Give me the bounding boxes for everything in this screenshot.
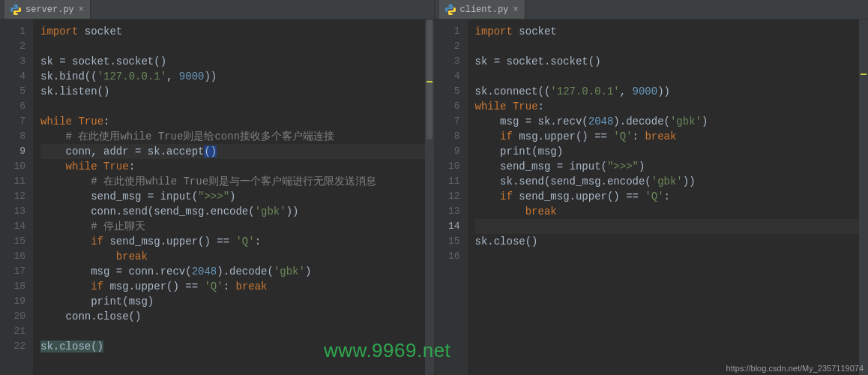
tab-label: client.py (460, 4, 509, 15)
line-number: 4 (0, 69, 25, 84)
code-line[interactable]: print(msg) (475, 144, 869, 159)
line-number: 8 (0, 129, 25, 144)
code-line[interactable]: while True: (40, 159, 434, 174)
tab-client-py[interactable]: client.py × (439, 0, 525, 19)
code-area-right[interactable]: import socketsk = socket.socket()sk.conn… (468, 20, 869, 375)
code-line[interactable]: sk.connect(('127.0.0.1', 9000)) (475, 84, 869, 99)
line-number: 7 (0, 114, 25, 129)
marker (861, 74, 867, 75)
code-line[interactable]: while True: (475, 99, 869, 114)
line-number: 4 (435, 69, 460, 84)
line-number: 3 (435, 54, 460, 69)
line-number: 12 (435, 189, 460, 204)
line-number: 1 (0, 24, 25, 39)
code-line[interactable]: # 停止聊天 (40, 219, 434, 234)
code-line[interactable]: sk.close() (475, 234, 869, 249)
line-number: 9 (0, 144, 25, 159)
code-area-left[interactable]: import socketsk = socket.socket()sk.bind… (33, 20, 434, 375)
line-gutter-left: 12345678910111213141516171819202122 (0, 20, 33, 375)
code-line[interactable]: # 在此使用while True则是给conn接收多个客户端连接 (40, 129, 434, 144)
close-tab-icon[interactable]: × (79, 4, 84, 15)
line-number: 5 (435, 84, 460, 99)
line-number: 14 (435, 219, 460, 234)
code-line[interactable]: # 在此使用while True则是与一个客户端进行无限发送消息 (40, 174, 434, 189)
line-number: 22 (0, 339, 25, 354)
code-line[interactable]: conn.close() (40, 309, 434, 324)
code-line[interactable]: break (475, 204, 869, 219)
python-file-icon (10, 4, 21, 15)
line-number: 13 (0, 204, 25, 219)
source-url: https://blog.csdn.net/My_2357119074 (726, 364, 864, 373)
tab-bar-right: client.py × (435, 0, 869, 20)
code-line[interactable]: break (40, 249, 434, 264)
ide-split-view: server.py × 1234567891011121314151617181… (0, 0, 868, 375)
line-number: 11 (0, 174, 25, 189)
code-line[interactable] (475, 219, 869, 234)
line-number: 9 (435, 144, 460, 159)
line-number: 7 (435, 114, 460, 129)
code-line[interactable]: print(msg) (40, 294, 434, 309)
code-line[interactable]: sk.close() (40, 339, 434, 354)
line-number: 21 (0, 324, 25, 339)
line-number: 10 (435, 159, 460, 174)
tab-server-py[interactable]: server.py × (4, 0, 91, 19)
code-line[interactable]: msg = sk.recv(2048).decode('gbk') (475, 114, 869, 129)
code-line[interactable]: import socket (475, 24, 869, 39)
code-line[interactable]: conn.send(send_msg.encode('gbk')) (40, 204, 434, 219)
scroll-thumb[interactable] (427, 20, 433, 140)
code-line[interactable]: while True: (40, 114, 434, 129)
line-number: 6 (0, 99, 25, 114)
line-number: 18 (0, 279, 25, 294)
line-number: 8 (435, 129, 460, 144)
line-number: 15 (0, 234, 25, 249)
line-number: 19 (0, 294, 25, 309)
line-number: 11 (435, 174, 460, 189)
editor-pane-right: client.py × 12345678910111213141516 impo… (435, 0, 869, 375)
scrollbar-right[interactable] (859, 20, 868, 375)
code-line[interactable] (475, 69, 869, 84)
line-number: 12 (0, 189, 25, 204)
line-number: 10 (0, 159, 25, 174)
code-editor-left[interactable]: 12345678910111213141516171819202122 impo… (0, 20, 434, 375)
code-line[interactable]: import socket (40, 24, 434, 39)
code-line[interactable]: send_msg = input(">>>") (475, 159, 869, 174)
tab-bar-left: server.py × (0, 0, 434, 20)
code-line[interactable] (40, 324, 434, 339)
line-number: 5 (0, 84, 25, 99)
editor-pane-left: server.py × 1234567891011121314151617181… (0, 0, 435, 375)
code-line[interactable]: if send_msg.upper() == 'Q': (475, 189, 869, 204)
line-gutter-right: 12345678910111213141516 (435, 20, 468, 375)
code-editor-right[interactable]: 12345678910111213141516 import socketsk … (435, 20, 869, 375)
tab-label: server.py (25, 4, 74, 15)
code-line[interactable] (40, 39, 434, 54)
line-number: 17 (0, 264, 25, 279)
line-number: 14 (0, 219, 25, 234)
line-number: 15 (435, 234, 460, 249)
code-line[interactable]: send_msg = input(">>>") (40, 189, 434, 204)
code-line[interactable]: if msg.upper() == 'Q': break (40, 279, 434, 294)
scrollbar-left[interactable] (425, 20, 434, 375)
code-line[interactable]: conn, addr = sk.accept() (40, 144, 434, 159)
line-number: 16 (0, 249, 25, 264)
line-number: 20 (0, 309, 25, 324)
python-file-icon (445, 4, 456, 15)
code-line[interactable] (475, 249, 869, 264)
code-line[interactable]: sk = socket.socket() (475, 54, 869, 69)
code-line[interactable]: sk.listen() (40, 84, 434, 99)
code-line[interactable]: if send_msg.upper() == 'Q': (40, 234, 434, 249)
line-number: 2 (0, 39, 25, 54)
line-number: 1 (435, 24, 460, 39)
code-line[interactable]: msg = conn.recv(2048).decode('gbk') (40, 264, 434, 279)
code-line[interactable]: sk = socket.socket() (40, 54, 434, 69)
line-number: 16 (435, 249, 460, 264)
line-number: 13 (435, 204, 460, 219)
code-line[interactable] (40, 99, 434, 114)
code-line[interactable]: sk.send(send_msg.encode('gbk')) (475, 174, 869, 189)
line-number: 3 (0, 54, 25, 69)
close-tab-icon[interactable]: × (513, 4, 518, 15)
code-line[interactable] (475, 39, 869, 54)
code-line[interactable]: sk.bind(('127.0.0.1', 9000)) (40, 69, 434, 84)
line-number: 2 (435, 39, 460, 54)
code-line[interactable]: if msg.upper() == 'Q': break (475, 129, 869, 144)
marker (427, 81, 433, 82)
